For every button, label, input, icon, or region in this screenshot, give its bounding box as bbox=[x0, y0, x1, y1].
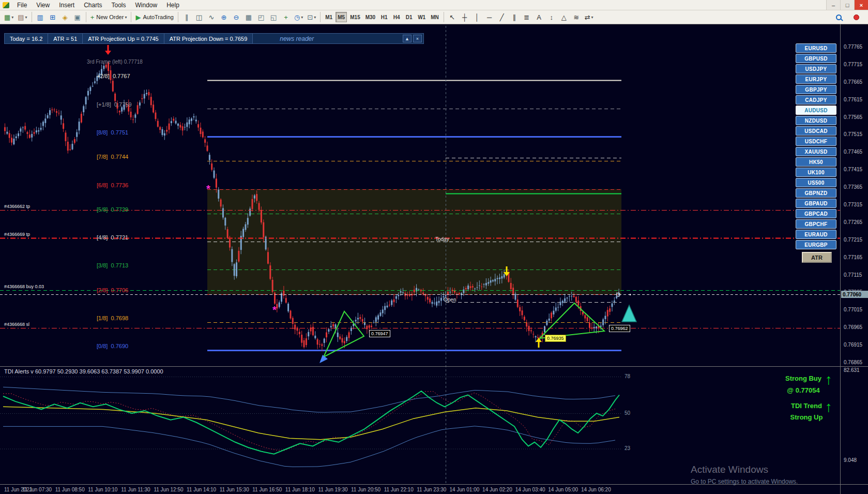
data-window-button[interactable]: ⊞ bbox=[47, 11, 58, 23]
bar-chart-mode-button[interactable]: ∥ bbox=[181, 11, 192, 23]
fibonacci-tool-button[interactable]: ≣ bbox=[521, 11, 532, 23]
shapes-tool-button[interactable]: △ bbox=[558, 11, 570, 23]
record-button[interactable] bbox=[847, 11, 865, 23]
close-button[interactable]: × bbox=[854, 0, 868, 10]
symbol-button-gbpnzd[interactable]: GBPNZD bbox=[796, 188, 836, 198]
period-clock-button[interactable]: ◷▾ bbox=[293, 11, 304, 23]
price-scale-label-6: 0.77465 bbox=[844, 149, 862, 155]
menu-help[interactable]: Help bbox=[162, 1, 184, 10]
chart-workspace: Today = 16.2ATR = 51ATR Projection Up = … bbox=[0, 0, 868, 494]
menu-tools[interactable]: Tools bbox=[107, 1, 131, 10]
symbol-button-usdchf[interactable]: USDCHF bbox=[796, 137, 836, 146]
navigator-button[interactable]: ◈ bbox=[59, 11, 71, 23]
time-label-12: 11 Jun 22:10 bbox=[384, 487, 414, 492]
crosshair-tool-button[interactable]: ┼ bbox=[459, 11, 470, 23]
market-watch-button[interactable]: ▥ bbox=[35, 11, 46, 23]
symbol-button-euraud[interactable]: EURAUD bbox=[796, 230, 836, 239]
timeframe-w1-button[interactable]: W1 bbox=[416, 12, 428, 22]
time-label-15: 14 Jun 02:20 bbox=[482, 487, 512, 492]
symbol-button-eurusd[interactable]: EURUSD bbox=[796, 43, 836, 53]
tile-windows-button[interactable]: ▦ bbox=[243, 11, 254, 23]
arrange-windows-button[interactable]: ◱ bbox=[268, 11, 279, 23]
text-tool-icon: A bbox=[537, 13, 541, 21]
minimize-button[interactable]: – bbox=[826, 0, 840, 10]
arrow-tool-button[interactable]: ↕ bbox=[546, 11, 557, 23]
data-window-icon: ⊞ bbox=[50, 13, 55, 21]
vertical-line-tool-icon: │ bbox=[475, 13, 479, 21]
line-chart-mode-button[interactable]: ∿ bbox=[206, 11, 217, 23]
menu-bar: FileViewInsertChartsToolsWindowHelp – □ … bbox=[0, 0, 868, 10]
symbol-button-gbpcad[interactable]: GBPCAD bbox=[796, 209, 836, 218]
more-tools-button[interactable]: ⇄▾ bbox=[583, 11, 595, 23]
tdi-level-23: 23 bbox=[625, 445, 630, 451]
toolbar-right bbox=[831, 11, 866, 23]
chart-properties-button[interactable]: ⊡▾ bbox=[306, 11, 317, 23]
symbol-button-gbpaud[interactable]: GBPAUD bbox=[796, 199, 836, 208]
price-tag-low-1: 0.76947 bbox=[369, 330, 390, 337]
cycle-lines-tool-button[interactable]: ≋ bbox=[571, 11, 582, 23]
new-chart-button[interactable]: ▦▾ bbox=[3, 11, 15, 23]
cascade-windows-button[interactable]: ◰ bbox=[255, 11, 267, 23]
atr-button[interactable]: ATR bbox=[802, 252, 832, 263]
timeframe-mn-button[interactable]: MN bbox=[429, 12, 441, 22]
chevron-down-icon: ▾ bbox=[125, 15, 127, 20]
menu-insert[interactable]: Insert bbox=[54, 1, 79, 10]
chart-canvas[interactable] bbox=[0, 24, 840, 494]
autotrading-button[interactable]: ▶AutoTrading bbox=[134, 11, 175, 23]
cursor-tool-button[interactable]: ↖ bbox=[447, 11, 458, 23]
symbol-button-usdcad[interactable]: USDCAD bbox=[796, 126, 836, 136]
add-indicator-button[interactable]: + bbox=[280, 11, 292, 23]
menu-charts[interactable]: Charts bbox=[79, 1, 106, 10]
symbol-button-gbpchf[interactable]: GBPCHF bbox=[796, 219, 836, 229]
menu-file[interactable]: File bbox=[12, 1, 32, 10]
symbol-button-eurgbp[interactable]: EURGBP bbox=[796, 240, 836, 249]
app-icon bbox=[3, 2, 9, 8]
price-scale[interactable]: 0.77060 82.631 9.048 0.777650.777150.776… bbox=[840, 24, 868, 494]
record-icon bbox=[854, 14, 859, 20]
channel-tool-button[interactable]: ∥ bbox=[509, 11, 520, 23]
maximize-button[interactable]: □ bbox=[840, 0, 854, 10]
pattern-star-2: * bbox=[272, 304, 277, 316]
symbol-button-us500[interactable]: US500 bbox=[796, 178, 836, 187]
symbol-button-xauusd[interactable]: XAUUSD bbox=[796, 147, 836, 156]
price-scale-label-1: 0.77715 bbox=[844, 62, 862, 67]
symbol-button-nzdusd[interactable]: NZDUSD bbox=[796, 116, 836, 125]
profiles-button[interactable]: ▤▾ bbox=[16, 11, 28, 23]
symbol-button-cadjpy[interactable]: CADJPY bbox=[796, 95, 836, 104]
symbol-button-usdjpy[interactable]: USDJPY bbox=[796, 64, 836, 73]
candlestick-mode-button[interactable]: ◫ bbox=[193, 11, 205, 23]
price-scale-label-17: 0.76915 bbox=[844, 342, 862, 348]
timeframe-d1-button[interactable]: D1 bbox=[403, 12, 415, 22]
collapse-panel-button[interactable]: ▲ bbox=[403, 35, 412, 42]
timeframe-m5-button[interactable]: M5 bbox=[336, 12, 347, 22]
price-scale-label-0: 0.77765 bbox=[844, 44, 862, 50]
info-segments: Today = 16.2ATR = 51ATR Projection Up = … bbox=[5, 34, 253, 43]
vertical-line-tool-button[interactable]: │ bbox=[471, 11, 483, 23]
timeframe-m15-button[interactable]: M15 bbox=[348, 12, 362, 22]
menu-window[interactable]: Window bbox=[131, 1, 162, 10]
trendline-tool-button[interactable]: ╱ bbox=[496, 11, 508, 23]
timeframe-m30-button[interactable]: M30 bbox=[363, 12, 377, 22]
tdi-indicator bbox=[0, 377, 621, 467]
time-axis[interactable]: 11 Jun 202111 Jun 07:3011 Jun 08:5011 Ju… bbox=[0, 485, 840, 494]
timeframe-h4-button[interactable]: H4 bbox=[391, 12, 402, 22]
symbol-button-hk50[interactable]: HK50 bbox=[796, 157, 836, 167]
timeframe-m1-button[interactable]: M1 bbox=[323, 12, 334, 22]
new-order-button[interactable]: +New Order▾ bbox=[89, 11, 129, 23]
symbol-button-gbpusd[interactable]: GBPUSD bbox=[796, 54, 836, 63]
horizontal-line-tool-button[interactable]: ─ bbox=[484, 11, 495, 23]
terminal-button[interactable]: ▣ bbox=[72, 11, 83, 23]
symbol-button-uk100[interactable]: UK100 bbox=[796, 168, 836, 177]
menu-view[interactable]: View bbox=[32, 1, 54, 10]
symbol-button-eurjpy[interactable]: EURJPY bbox=[796, 74, 836, 84]
search-button[interactable] bbox=[831, 11, 846, 23]
timeframe-h1-button[interactable]: H1 bbox=[378, 12, 390, 22]
indicator-separator[interactable] bbox=[0, 366, 868, 367]
time-label-18: 14 Jun 06:20 bbox=[581, 487, 611, 492]
symbol-button-audusd[interactable]: AUDUSD bbox=[796, 106, 836, 115]
zoom-out-button[interactable]: ⊖ bbox=[231, 11, 242, 23]
text-tool-button[interactable]: A bbox=[534, 11, 545, 23]
zoom-in-button[interactable]: ⊕ bbox=[218, 11, 230, 23]
close-panel-button[interactable]: × bbox=[413, 35, 422, 42]
symbol-button-gbpjpy[interactable]: GBPJPY bbox=[796, 85, 836, 94]
